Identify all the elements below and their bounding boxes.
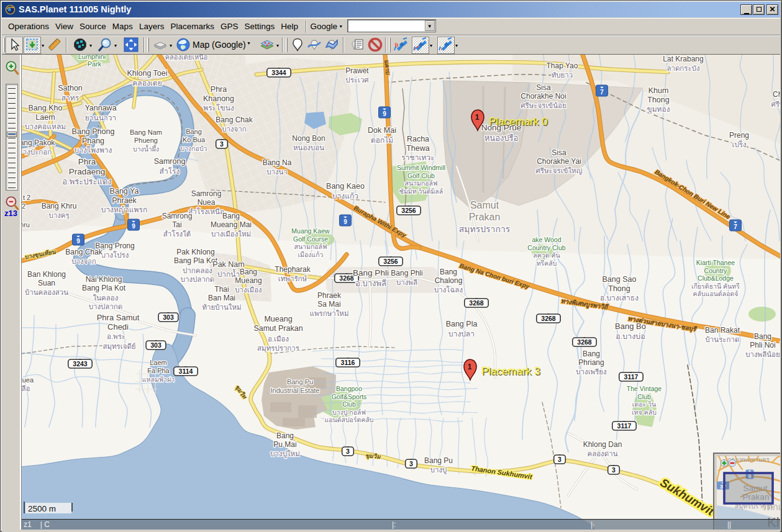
svg-text:ยานนาวา: ยานนาวา xyxy=(85,114,116,122)
svg-text:หนองปรือ: หนองปรือ xyxy=(484,133,519,143)
svg-text:บางนา: บางนา xyxy=(266,168,288,176)
svg-text:อ.พระ: อ.พระ xyxy=(107,333,125,340)
svg-text:ดอกไม้: ดอกไม้ xyxy=(371,136,393,145)
svg-text:เปร็ง: เปร็ง xyxy=(732,140,746,148)
svg-text:Chorakhe Noi: Chorakhe Noi xyxy=(521,92,566,101)
svg-text:Club: Club xyxy=(342,400,356,408)
svg-text:Bang Pu: Bang Pu xyxy=(287,378,313,385)
svg-text:บ้านระกาด: บ้านระกาด xyxy=(706,336,740,343)
svg-text:The Vintage: The Vintage xyxy=(627,385,662,392)
svg-text:Pradaeng: Pradaeng xyxy=(69,167,106,176)
svg-text:ศรีษะจรเข้ใหญ่: ศรีษะจรเข้ใหญ่ xyxy=(536,167,583,175)
svg-text:Summit Windmill: Summit Windmill xyxy=(397,164,445,171)
svg-text:ลาดกระบัง: ลาดกระบัง xyxy=(666,65,699,72)
svg-text:3268: 3268 xyxy=(541,315,556,322)
svg-text:2: 2 xyxy=(22,202,25,210)
svg-text:Chorakhe Yai: Chorakhe Yai xyxy=(537,157,581,166)
svg-text:Sisa: Sisa xyxy=(536,83,551,92)
svg-text:Khum: Khum xyxy=(648,86,669,95)
svg-text:Bang Kaeo: Bang Kaeo xyxy=(326,182,365,191)
svg-text:Mueang Mai: Mueang Mai xyxy=(211,220,252,229)
svg-text:Golf Club: Golf Club xyxy=(407,172,435,179)
svg-text:3268: 3268 xyxy=(577,338,592,346)
svg-text:บางปลา: บางปลา xyxy=(448,330,475,338)
svg-text:ประเวศ: ประเวศ xyxy=(345,76,369,84)
svg-text:ในคลอง: ในคลอง xyxy=(93,294,119,302)
svg-text:Bang: Bang xyxy=(222,212,240,220)
svg-text:บางปูใหม่: บางปูใหม่ xyxy=(270,450,299,458)
svg-text:Khanong: Khanong xyxy=(203,94,234,103)
svg-text:303: 303 xyxy=(150,341,161,349)
svg-text:3344: 3344 xyxy=(271,69,286,76)
svg-text:บางครุ: บางครุ xyxy=(48,212,69,220)
svg-text:Bang Pla: Bang Pla xyxy=(446,320,478,328)
svg-text:หนองบอน: หนองบอน xyxy=(293,144,324,151)
svg-text:Bang Pla Kot: Bang Pla Kot xyxy=(174,256,218,265)
svg-text:Sisa: Sisa xyxy=(552,148,566,157)
svg-text:Racha: Racha xyxy=(407,135,429,143)
svg-text:Bang Chak: Bang Chak xyxy=(216,115,253,124)
svg-text:แอนด์สปอร์ตคลับ: แอนด์สปอร์ตคลับ xyxy=(324,416,373,423)
svg-text:3117: 3117 xyxy=(617,422,632,430)
svg-text:9: 9 xyxy=(383,110,386,117)
svg-text:Phraek: Phraek xyxy=(112,196,137,205)
svg-text:แหลมฟ้าผ่า: แหลมฟ้าผ่า xyxy=(142,376,175,383)
svg-text:Phra: Phra xyxy=(78,157,96,166)
svg-text:างปะกอก: างปะกอก xyxy=(23,148,52,156)
svg-text:แพรกษาใหม่: แพรกษาใหม่ xyxy=(310,310,349,317)
svg-text:ลควูด คัน: ลควูด คัน xyxy=(533,251,560,259)
svg-text:ศรีษะจรเข้น้อย: ศรีษะจรเข้น้อย xyxy=(521,102,566,109)
svg-text:สมุทรเจดีย์: สมุทรเจดีย์ xyxy=(102,342,135,351)
svg-text:Phli Noi: Phli Noi xyxy=(750,341,775,349)
svg-text:บางกอบัว: บางกอบัว xyxy=(181,145,207,152)
svg-text:3243: 3243 xyxy=(73,360,88,367)
svg-text:Prawet: Prawet xyxy=(345,66,369,75)
svg-text:Bang Nam: Bang Nam xyxy=(130,128,162,136)
svg-text:ท้ายบ้านใหม่: ท้ายบ้านใหม่ xyxy=(202,304,241,311)
svg-text:Bang Sao: Bang Sao xyxy=(602,275,637,284)
svg-text:Mueang: Mueang xyxy=(235,276,261,285)
svg-text:303: 303 xyxy=(163,313,174,321)
svg-text:Suan: Suan xyxy=(38,279,55,287)
svg-text:3: 3 xyxy=(612,466,616,474)
svg-text:Phraek: Phraek xyxy=(317,291,342,300)
svg-text:สนามกอล์ฟ: สนามกอล์ฟ xyxy=(294,243,327,250)
svg-text:คลองด่าน: คลองด่าน xyxy=(587,450,617,458)
svg-text:Park: Park xyxy=(88,60,102,68)
svg-text:Phra Samut: Phra Samut xyxy=(97,313,140,322)
svg-text:9: 9 xyxy=(343,219,347,225)
svg-text:Mueang: Mueang xyxy=(264,315,292,323)
svg-text:คลับแอนด์ลอดจ์: คลับแอนด์ลอดจ์ xyxy=(693,290,739,297)
svg-text:Phueng: Phueng xyxy=(134,137,158,144)
svg-text:2500 m: 2500 m xyxy=(28,504,56,513)
svg-text:พระโขนง: พระโขนง xyxy=(203,104,234,112)
svg-text:บางพลี: บางพลี xyxy=(396,279,417,286)
svg-text:เทพารักษ์: เทพารักษ์ xyxy=(278,274,307,282)
svg-text:3117: 3117 xyxy=(624,373,639,381)
svg-text:Industrial Estate: Industrial Estate xyxy=(271,387,320,394)
svg-text:3256: 3256 xyxy=(401,207,416,214)
svg-text:ทรีคลับ: ทรีคลับ xyxy=(537,259,557,267)
svg-text:บ้านคลองสวน: บ้านคลองสวน xyxy=(25,289,68,296)
svg-text:Bang Pu: Bang Pu xyxy=(424,456,453,465)
svg-text:Sathon: Sathon xyxy=(58,84,83,92)
svg-text:3116: 3116 xyxy=(341,359,355,366)
svg-text:บางปู: บางปู xyxy=(430,466,447,474)
svg-text:บางเพรียง: บางเพรียง xyxy=(576,368,606,376)
svg-text:Bang Ya: Bang Ya xyxy=(110,187,139,196)
svg-text:ปากคลอง: ปากคลอง xyxy=(183,267,212,274)
svg-text:1: 1 xyxy=(475,113,480,122)
svg-text:3114: 3114 xyxy=(179,367,193,375)
svg-text:Bang: Bang xyxy=(240,268,257,276)
svg-text:บางพลีน้อย: บางพลีน้อย xyxy=(745,351,780,358)
svg-text:สนามกอล์ฟ: สนามกอล์ฟ xyxy=(405,179,438,187)
svg-text:Nuea: Nuea xyxy=(198,198,216,207)
svg-text:Placemark 3: Placemark 3 xyxy=(481,365,540,377)
svg-text:Bang: Bang xyxy=(754,332,771,341)
svg-text:เดอะ วิน: เดอะ วิน xyxy=(632,400,656,408)
svg-text:Bang Phli: Bang Phli xyxy=(391,269,422,277)
svg-text:Bang: Bang xyxy=(186,128,202,135)
svg-text:สมุทรปราการ: สมุทรปราการ xyxy=(257,345,299,353)
svg-text:คลองเตยเหนือ: คลองเตยเหนือ xyxy=(165,55,208,61)
svg-text:ang Pakok: ang Pakok xyxy=(22,138,55,147)
